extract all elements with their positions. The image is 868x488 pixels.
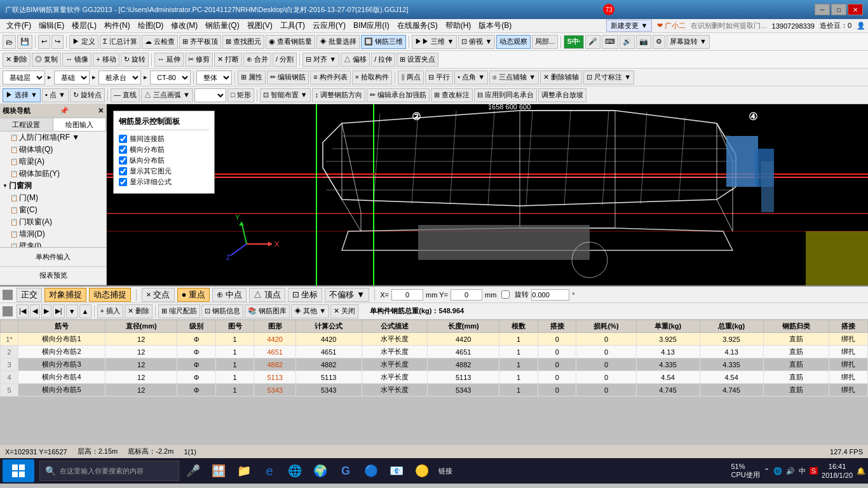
sidebar-close-icon[interactable]: ✕ bbox=[98, 107, 104, 115]
table-row[interactable]: 5 横向分布筋5 12 Φ 1 5343 5343 水平长度 5343 1 0 … bbox=[1, 384, 868, 396]
point-btn[interactable]: • 点 ▼ bbox=[42, 88, 69, 102]
undo-btn[interactable]: ↩ bbox=[38, 35, 50, 49]
taskbar-icon-5[interactable]: 🟡 bbox=[410, 459, 433, 482]
extend-btn[interactable]: ↔ 延伸 bbox=[154, 53, 184, 67]
select-btn[interactable]: ▶ 选择 ▼ bbox=[3, 88, 41, 102]
trim-btn[interactable]: ✂ 修剪 bbox=[185, 53, 213, 67]
menu-item-tools[interactable]: 工具(T) bbox=[276, 19, 309, 32]
floor-dropdown[interactable]: 基础层 bbox=[3, 71, 45, 85]
coord-btn[interactable]: ⊡ 坐标 bbox=[288, 288, 323, 302]
taskbar-icon-g[interactable]: G bbox=[334, 459, 357, 482]
other-dropdown-btn[interactable]: ◈ 其他 ▼ bbox=[291, 304, 329, 318]
rebar3d-btn[interactable]: 🔲 钢筋三维 bbox=[361, 35, 406, 49]
menu-item-help[interactable]: 帮助(H) bbox=[442, 19, 475, 32]
delete-row-btn[interactable]: ✕ 删除 bbox=[125, 304, 153, 318]
snap-dynamic-btn[interactable]: 动态捕捉 bbox=[89, 288, 131, 302]
start-button[interactable] bbox=[3, 459, 34, 482]
type-dropdown[interactable]: 基础 bbox=[54, 71, 90, 85]
gear-btn[interactable]: ⚙ bbox=[653, 35, 665, 49]
edit-rebar-btn[interactable]: ✏ 编辑钢筋 bbox=[267, 71, 309, 85]
assistant-btn[interactable]: ❤ 广小二 bbox=[657, 21, 686, 30]
vol-btn[interactable]: 🔊 bbox=[620, 35, 635, 49]
menu-item-version[interactable]: 版本号(B) bbox=[475, 19, 515, 32]
redo-btn[interactable]: ↪ bbox=[51, 35, 64, 49]
mirror-btn[interactable]: ↔ 镜像 bbox=[62, 53, 92, 67]
tree-item-window[interactable]: 📋窗(C) bbox=[0, 204, 106, 216]
smart-place-btn[interactable]: ⊡ 智能布置 ▼ bbox=[260, 88, 311, 102]
check-connector-rebar[interactable]: 箍间连接筋 bbox=[119, 134, 209, 144]
mic-btn[interactable]: 🎤 bbox=[585, 35, 600, 49]
taskbar-icon-edge[interactable]: 🌐 bbox=[283, 459, 306, 482]
parallel-btn[interactable]: ⊟ 平行 bbox=[425, 71, 453, 85]
search-bar[interactable]: 🔍 在这里输入你要搜索的内容 bbox=[39, 461, 179, 481]
point-angle-btn[interactable]: • 点角 ▼ bbox=[454, 71, 488, 85]
y-input[interactable] bbox=[451, 289, 482, 301]
prop-btn[interactable]: ⊞ 属性 bbox=[238, 71, 266, 85]
taskbar-icon-link[interactable]: 链接 bbox=[436, 466, 455, 476]
break-btn[interactable]: ✕ 打断 bbox=[214, 53, 242, 67]
menu-item-modify[interactable]: 修改(M) bbox=[167, 19, 201, 32]
maximize-btn[interactable]: □ bbox=[831, 4, 846, 15]
x-input[interactable] bbox=[391, 289, 423, 301]
menu-item-edit[interactable]: 编辑(E) bbox=[35, 19, 68, 32]
close-table-btn[interactable]: ✕ 关闭 bbox=[330, 304, 358, 318]
check-transverse-rebar[interactable]: 横向分布筋 bbox=[119, 145, 209, 154]
adjust-rebar-dir-btn[interactable]: ↕ 调整钢筋方向 bbox=[312, 88, 366, 102]
menu-item-cloud[interactable]: 云应用(Y) bbox=[309, 19, 349, 32]
delete-btn[interactable]: ✕ 删除 bbox=[3, 53, 31, 67]
single-component-input-btn[interactable]: 单构件输入 bbox=[0, 248, 106, 267]
table-row[interactable]: 4 横向分布筋4 12 Φ 1 5113 5113 水平长度 5113 1 0 … bbox=[1, 371, 868, 384]
cam-btn[interactable]: 📷 bbox=[636, 35, 651, 49]
new-change-btn[interactable]: 新建变更 ▼ bbox=[606, 20, 652, 32]
rotate-point-btn[interactable]: ↻ 旋转点 bbox=[70, 88, 105, 102]
define-btn[interactable]: ▶ 定义 bbox=[69, 35, 98, 49]
screen-rotate-btn[interactable]: 屏幕旋转 ▼ bbox=[667, 35, 710, 49]
shape-type-dropdown[interactable] bbox=[194, 88, 226, 102]
vertex-btn[interactable]: △ 顶点 bbox=[249, 288, 285, 302]
menu-item-file[interactable]: 文件(F) bbox=[3, 19, 35, 32]
menu-item-component[interactable]: 构件(N) bbox=[100, 19, 134, 32]
rotate-btn[interactable]: ↻ 旋转 bbox=[121, 53, 149, 67]
sidebar-pin-icon[interactable]: 📌 bbox=[60, 107, 69, 115]
endpoint-btn[interactable]: ● 重点 bbox=[177, 288, 210, 302]
check-mark-btn[interactable]: ⊞ 查改标注 bbox=[431, 88, 473, 102]
check-longitudinal-rebar[interactable]: 纵向分布筋 bbox=[119, 156, 209, 165]
clock[interactable]: 16:41 2018/1/20 bbox=[822, 462, 853, 480]
edit-cap-rebar-btn[interactable]: ✏ 编辑承台加强筋 bbox=[367, 88, 430, 102]
menu-item-draw[interactable]: 绘图(D) bbox=[134, 19, 168, 32]
nav-first-btn[interactable]: |◀ bbox=[17, 304, 29, 318]
taskbar-icon-2[interactable]: 📁 bbox=[233, 459, 255, 482]
rect-btn[interactable]: □ 矩形 bbox=[227, 88, 254, 102]
rebar-info-btn[interactable]: ⊡ 钢筋信息 bbox=[201, 304, 243, 318]
tree-item-door[interactable]: 📋门(M) bbox=[0, 192, 106, 204]
view-rebar-btn[interactable]: ◉ 查看钢筋量 bbox=[266, 35, 315, 49]
user-icon[interactable]: 👤 bbox=[857, 22, 865, 30]
report-preview-btn[interactable]: 报表预览 bbox=[0, 267, 106, 286]
rebar-lib-btn[interactable]: 📚 钢筋图库 bbox=[245, 304, 290, 318]
tree-item-door-window[interactable]: ▼门窗洞 bbox=[0, 180, 106, 192]
midpoint-btn[interactable]: ⊕ 中点 bbox=[212, 288, 247, 302]
apply-same-cap-btn[interactable]: ⊟ 应用到同名承台 bbox=[474, 88, 537, 102]
table-row[interactable]: 3 横向分布筋3 12 Φ 1 4882 4882 水平长度 4882 1 0 … bbox=[1, 358, 868, 371]
two-point-btn[interactable]: ‖ 两点 bbox=[398, 71, 424, 85]
tree-item-masonry-rebar[interactable]: 📋砌体加筋(Y) bbox=[0, 168, 106, 180]
local-btn[interactable]: 局部... bbox=[532, 35, 558, 49]
tab-draw-input[interactable]: 绘图输入 bbox=[53, 118, 107, 131]
align-top-btn[interactable]: ⊞ 齐平板顶 bbox=[179, 35, 221, 49]
s-ime-icon[interactable]: S bbox=[810, 467, 818, 475]
arc-btn[interactable]: △ 三点画弧 ▼ bbox=[141, 88, 193, 102]
tree-item-masonry-wall[interactable]: 📋砌体墙(Q) bbox=[0, 144, 106, 156]
menu-item-rebar-qty[interactable]: 钢筋量(Q) bbox=[201, 19, 243, 32]
cloud-check-btn[interactable]: ☁ 云检查 bbox=[142, 35, 178, 49]
rotate-checkbox[interactable] bbox=[501, 290, 510, 299]
tree-item-fire-door-frame[interactable]: 📋人防门框墙(RF ▼ bbox=[0, 132, 106, 144]
component-list-btn[interactable]: ≡ 构件列表 bbox=[310, 71, 350, 85]
voice-btn[interactable]: 🎤 bbox=[182, 459, 205, 482]
arrow-up-icon[interactable]: ⌃ bbox=[764, 467, 770, 475]
taskbar-icon-ie[interactable]: e bbox=[258, 459, 281, 482]
table-row[interactable]: 2 横向分布筋2 12 Φ 1 4651 4651 水平长度 4651 1 0 … bbox=[1, 346, 868, 358]
nav-prev-btn[interactable]: ◀ bbox=[30, 304, 40, 318]
volume-icon[interactable]: 🔊 bbox=[786, 467, 795, 475]
nav-next-btn[interactable]: ▶ bbox=[41, 304, 51, 318]
line-btn[interactable]: — 直线 bbox=[111, 88, 140, 102]
